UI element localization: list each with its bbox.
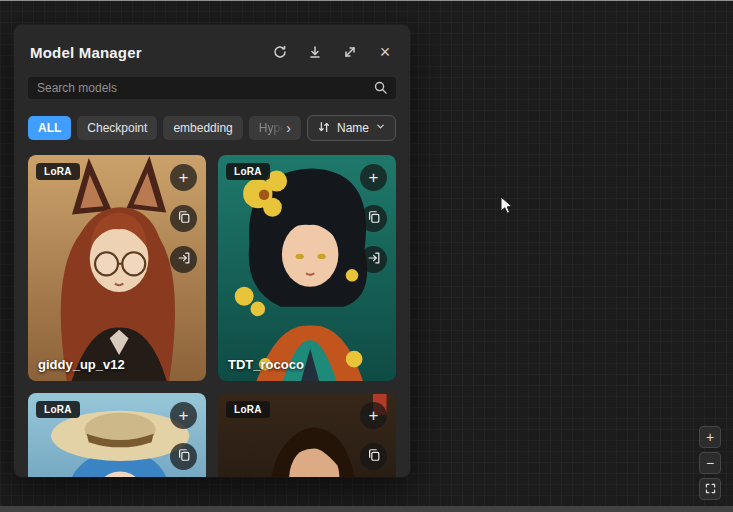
header-actions: ×: [271, 43, 394, 61]
model-manager-panel: Model Manager: [14, 25, 410, 477]
zoom-in-button[interactable]: +: [699, 426, 721, 448]
filter-tab-checkpoint[interactable]: Checkpoint: [77, 116, 157, 140]
canvas[interactable]: Model Manager: [0, 0, 733, 512]
window-top-border: [0, 0, 733, 1]
add-model-button[interactable]: +: [360, 164, 387, 191]
search-input[interactable]: [28, 77, 396, 99]
add-model-button[interactable]: +: [170, 164, 197, 191]
load-model-button[interactable]: [360, 246, 387, 273]
filter-row: ALL Checkpoint embedding Hype › Name: [28, 115, 396, 141]
download-icon: [307, 44, 323, 60]
card-actions: +: [360, 164, 387, 273]
copy-model-button[interactable]: [360, 205, 387, 232]
model-card[interactable]: LoRA +: [218, 393, 396, 477]
model-type-badge: LoRA: [36, 401, 80, 418]
copy-model-button[interactable]: [360, 443, 387, 470]
model-name: giddy_up_v12: [38, 357, 125, 372]
close-button[interactable]: ×: [376, 43, 394, 61]
copy-icon: [177, 448, 191, 465]
panel-header: Model Manager: [14, 25, 410, 65]
filter-tab-hypernetwork[interactable]: Hype ›: [249, 116, 301, 140]
close-icon: ×: [380, 43, 391, 61]
model-cards-grid: LoRA +: [28, 155, 396, 477]
model-card[interactable]: LoRA +: [28, 155, 206, 381]
model-card[interactable]: LoRA +: [28, 393, 206, 477]
search-bar: [28, 77, 396, 99]
add-model-button[interactable]: +: [170, 402, 197, 429]
model-type-badge: LoRA: [226, 401, 270, 418]
copy-model-button[interactable]: [170, 205, 197, 232]
maximize-icon: [342, 44, 358, 60]
filter-tab-all[interactable]: ALL: [28, 116, 71, 140]
copy-model-button[interactable]: [170, 443, 197, 470]
model-type-badge: LoRA: [226, 163, 270, 180]
sort-icon: [317, 120, 331, 137]
download-button[interactable]: [306, 43, 324, 61]
copy-icon: [367, 210, 381, 227]
canvas-zoom-controls: + −: [699, 426, 721, 500]
copy-icon: [367, 448, 381, 465]
load-model-button[interactable]: [170, 246, 197, 273]
model-type-badge: LoRA: [36, 163, 80, 180]
copy-icon: [177, 210, 191, 227]
model-card[interactable]: LoRA +: [218, 155, 396, 381]
model-name: TDT_rococo: [228, 357, 304, 372]
sort-label: Name: [337, 121, 369, 135]
filter-tab-label: Hype: [259, 121, 286, 135]
horizontal-scrollbar[interactable]: [0, 506, 733, 512]
sort-dropdown[interactable]: Name: [307, 115, 396, 141]
chevron-right-icon: ›: [286, 121, 291, 135]
card-actions: +: [360, 402, 387, 470]
import-icon: [177, 251, 191, 268]
add-model-button[interactable]: +: [360, 402, 387, 429]
card-actions: +: [170, 402, 197, 470]
filter-tab-embedding[interactable]: embedding: [163, 116, 242, 140]
chevron-down-icon: [375, 121, 386, 135]
card-actions: +: [170, 164, 197, 273]
refresh-button[interactable]: [271, 43, 289, 61]
fit-view-button[interactable]: [699, 478, 721, 500]
refresh-icon: [272, 44, 288, 60]
fit-view-icon: [704, 482, 717, 497]
panel-title: Model Manager: [30, 44, 142, 61]
zoom-out-button[interactable]: −: [699, 452, 721, 474]
mouse-cursor: [500, 196, 514, 220]
search-icon: [373, 80, 388, 99]
import-icon: [367, 251, 381, 268]
maximize-button[interactable]: [341, 43, 359, 61]
